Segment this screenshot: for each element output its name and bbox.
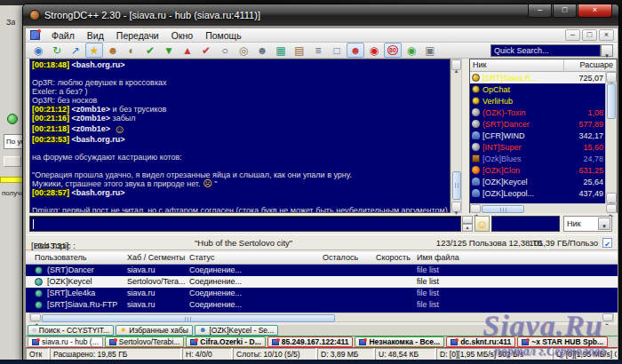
user-list-item[interactable]: [SRT]Siava.R...725,07 (470, 72, 605, 83)
user-filter-input[interactable] (491, 216, 560, 232)
transfer-row[interactable]: [SRT]Lele4kasiava.ruСоединение...file li… (26, 288, 618, 299)
minimize-button[interactable]: – (528, 4, 552, 18)
spinner-down-icon[interactable] (462, 224, 473, 232)
user-list-item[interactable]: [OZK]Leopol...437,49 (470, 187, 605, 199)
transfers-column-header[interactable]: Осталось (323, 253, 358, 262)
user-list-item[interactable]: (OZK)-Toxin1,08 (470, 107, 605, 118)
waiting-users-icon[interactable]: ▼ (160, 43, 178, 58)
scroll-down-icon[interactable] (451, 202, 461, 212)
scroll-up-icon[interactable] (451, 59, 461, 70)
adl-search-icon[interactable]: ◎ (235, 43, 252, 58)
favorite-users-icon[interactable]: ☻ (104, 43, 122, 58)
chat-message-input[interactable] (29, 216, 461, 232)
user-list-item[interactable]: [OZK]Clon631,25 (470, 164, 605, 176)
transfers-column-header[interactable]: Имя файла (417, 253, 459, 262)
scrollbar-thumb[interactable] (452, 171, 461, 200)
user-list-item[interactable]: OpChat (470, 83, 605, 95)
download-queue-icon[interactable]: ◐ (123, 43, 140, 58)
maximize-button[interactable]: □ (553, 4, 577, 18)
nick-column-header[interactable]: Ник (470, 59, 564, 72)
open-filelist-icon[interactable]: □ (328, 43, 346, 58)
chat-panel[interactable]: [00:18:48] <bash.org.ru> Op3R: люблю дев… (29, 59, 451, 213)
follow-redirect-icon[interactable]: ↗ (67, 43, 84, 58)
quick-search-combo[interactable]: Quick Search... (490, 44, 601, 57)
scroll-down-icon[interactable] (606, 193, 617, 203)
transfers-header[interactable]: ПользовательХаб / СегментыСтатусОсталось… (26, 252, 618, 265)
user-list-item[interactable]: (SRT)Dancer577,89 (470, 118, 605, 130)
chat-timestamp: [00:21:18] (32, 124, 69, 133)
chat-scrollbar[interactable] (451, 59, 462, 213)
favorite-hubs-icon[interactable]: ★ (85, 43, 103, 58)
window-tab[interactable]: siava.ru - hub (... (28, 336, 103, 347)
window-tab[interactable]: Незнакомка - Все... (355, 336, 444, 347)
shutdown-icon[interactable]: ◉ (365, 43, 383, 58)
window-tab[interactable]: ☻[OZK]Keycel - Se... (195, 325, 278, 336)
network-stats-icon[interactable]: ▦ (272, 43, 290, 58)
scrollbar-thumb[interactable] (42, 314, 335, 322)
window-tab[interactable]: Cifra.Ozerki - D... (186, 336, 266, 347)
menu-item-0[interactable]: Файл (45, 30, 81, 41)
chat-line: Мужики, страшнее этого звука в природе н… (32, 179, 450, 188)
scrollbar-thumb[interactable] (607, 83, 616, 119)
speed-limiter-icon[interactable]: 80 (384, 43, 402, 58)
menu-item-4[interactable]: Помощь (199, 30, 248, 41)
user-list-item[interactable]: [INT]Super15,60 (470, 141, 605, 153)
quick-search-dropdown-icon[interactable] (601, 44, 613, 57)
finished-uploads-icon[interactable]: ✔ (197, 43, 215, 58)
system-log-icon[interactable]: ≡ (309, 43, 327, 58)
menu-item-2[interactable]: Передачи (110, 30, 165, 41)
user-list-item[interactable]: [CFR]WIND342,17 (470, 130, 605, 141)
scroll-left-icon[interactable] (470, 204, 481, 213)
chat-nick: <bash.org.ru> (69, 135, 125, 144)
transfers-column-header[interactable]: Статус (189, 253, 214, 262)
transfer-row[interactable]: (SRT)Dancersiava.ruСоединение...file lis… (26, 265, 618, 276)
transfers-column-header[interactable]: Скорость (376, 253, 411, 262)
per-user-checkbox[interactable] (602, 238, 612, 248)
window-tab[interactable]: dc.sknt.ru:411 (446, 336, 515, 347)
update-icon[interactable]: ◉ (403, 43, 420, 58)
transfer-row[interactable]: [SRT]Siava.Ru-FTPsiava.ruСоединение...fi… (26, 299, 618, 311)
menu-item-1[interactable]: Вид (81, 30, 110, 41)
spinner-up-icon[interactable] (462, 216, 473, 224)
finished-downloads-icon[interactable]: ✔ (141, 43, 159, 58)
transfers-hscrollbar[interactable] (29, 313, 614, 322)
user-list-item[interactable]: VerliHub (470, 95, 605, 107)
mdi-restore-button[interactable]: □ (582, 29, 597, 41)
scroll-right-icon[interactable] (602, 313, 613, 321)
sad-smiley-icon: ☹ (200, 178, 211, 188)
reconnect-icon[interactable]: ↻ (48, 43, 66, 58)
settings-icon[interactable]: ▣ (421, 43, 439, 58)
window-tab[interactable]: ★Избранные хабы (116, 325, 193, 336)
scroll-up-icon[interactable] (606, 72, 617, 83)
mdi-close-button[interactable]: × (599, 29, 614, 41)
scroll-right-icon[interactable] (606, 204, 617, 213)
user-list-header[interactable]: Ник Расшаре (470, 59, 617, 72)
search-icon[interactable]: ○ (216, 43, 234, 58)
transfers-column-header[interactable]: Пользователь (35, 253, 86, 262)
user-list-scrollbar[interactable] (605, 72, 617, 203)
scroll-left-icon[interactable] (30, 313, 41, 321)
away-mode-icon[interactable]: ☻ (347, 43, 364, 58)
window-tab[interactable]: ~x STAR HUB Spb... (517, 336, 608, 347)
upload-queue-icon[interactable]: ▲ (179, 43, 196, 58)
window-tab[interactable]: Sertolovo/Terabi... (105, 336, 185, 347)
chat-line: [00:21:18] <z0mb1e> ☺ (32, 123, 450, 135)
user-list-item[interactable]: [OZK]Keycel25,64 (470, 176, 605, 187)
dropdown-arrow-icon[interactable] (598, 218, 610, 230)
transfer-row[interactable]: [OZK]KeycelSertolovo/Tera...Соединение..… (26, 276, 618, 288)
window-tab[interactable]: 85.249.167.122:411 (267, 336, 354, 347)
menu-item-3[interactable]: Окно (165, 30, 199, 41)
notepad-icon[interactable]: ▤ (291, 43, 308, 58)
window-tab[interactable]: ○Поиск - CCYSTYIT... (28, 325, 114, 336)
transfers-column-header[interactable]: Хаб / Сегменты (127, 253, 185, 262)
public-hubs-icon[interactable]: ◉ (29, 43, 47, 58)
share-column-header[interactable]: Расшаре (564, 59, 617, 72)
mdi-minimize-button[interactable]: – (565, 29, 580, 41)
scrollbar-thumb[interactable] (482, 205, 524, 213)
filter-column-combo[interactable]: Ник (563, 216, 612, 232)
user-list-item[interactable]: [Ozk]Blues24,78 (470, 153, 605, 164)
close-button[interactable]: × (578, 4, 612, 18)
emoticon-button[interactable]: ☺ (474, 216, 490, 232)
search-spy-icon[interactable]: ☻ (253, 43, 271, 58)
user-list-hscrollbar[interactable] (470, 203, 617, 213)
